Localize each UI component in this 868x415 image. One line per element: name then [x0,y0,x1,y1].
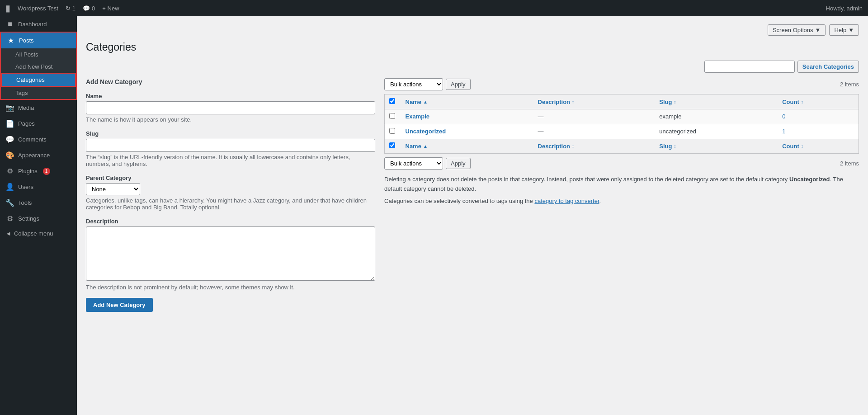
tablenav-top: Bulk actions Apply 2 items [384,78,859,90]
col-footer-slug-sort[interactable]: Slug ↕ [659,143,773,150]
category-to-tag-link[interactable]: category to tag converter [534,198,599,204]
search-input[interactable] [704,61,795,73]
row-count-1: 1 [778,124,859,139]
parent-select[interactable]: None [86,183,140,195]
sidebar-item-media[interactable]: 📷Media [0,100,77,116]
name-field: Name The name is how it appears on your … [86,93,375,123]
description-textarea[interactable] [86,226,375,281]
row-count-link-1[interactable]: 1 [782,128,785,135]
col-count-sort[interactable]: Count ↕ [782,99,854,105]
apply-button-bottom[interactable]: Apply [446,158,471,169]
adminbar-comments[interactable]: 💬 0 [83,5,95,12]
count-sort-icon: ↕ [801,99,803,104]
col-description-sort[interactable]: Description ↕ [538,99,651,105]
col-header-name: Name ▲ [401,94,533,109]
collapse-arrow-icon: ◄ [5,230,11,237]
select-all-checkbox-bottom[interactable] [389,142,395,148]
col-footer-slug: Slug ↕ [655,139,778,154]
submenu-categories[interactable]: Categories [1,73,76,87]
sidebar: ■Dashboard ★Posts All Posts Add New Post… [0,16,77,415]
sidebar-item-users[interactable]: 👤Users [0,179,77,195]
wp-logo-icon[interactable]: ▮ [5,3,10,14]
col-footer-description-sort[interactable]: Description ↕ [538,143,651,150]
sidebar-item-comments[interactable]: 💬Comments [0,132,77,147]
col-slug-sort[interactable]: Slug ↕ [659,99,773,105]
screen-options-chevron: ▼ [815,27,821,33]
adminbar-site-name[interactable]: Wordpress Test [18,5,58,12]
items-count-bottom: 2 items [840,160,859,167]
name-input[interactable] [86,101,375,114]
col-name-sort[interactable]: Name ▲ [406,99,529,105]
search-categories-button[interactable]: Search Categories [797,61,859,73]
col-footer-name-sort[interactable]: Name ▲ [406,143,529,150]
submenu-tags[interactable]: Tags [1,87,76,99]
sidebar-item-pages[interactable]: 📄Pages [0,116,77,132]
row-title-link-1[interactable]: Uncategorized [406,128,446,135]
categories-table: Name ▲ Description ↕ [384,94,859,154]
name-sort-icon: ▲ [423,99,428,104]
slug-input[interactable] [86,139,375,152]
media-icon: 📷 [5,104,14,112]
row-count-link-0[interactable]: 0 [782,113,785,120]
bulk-actions-select-top[interactable]: Bulk actions [384,78,443,90]
slug-field: Slug The “slug” is the URL-friendly vers… [86,130,375,167]
sidebar-item-appearance[interactable]: 🎨Appearance [0,147,77,163]
help-button[interactable]: Help ▼ [829,24,859,36]
col-footer-count: Count ↕ [778,139,859,154]
adminbar-updates[interactable]: ↻ 1 [66,5,75,12]
screen-options-button[interactable]: Screen Options ▼ [768,24,826,36]
page-title: Categories [86,41,859,53]
row-count-0: 0 [778,109,859,124]
screen-options-bar: Screen Options ▼ Help ▼ [86,21,859,39]
tools-icon: 🔧 [5,198,14,207]
submenu-all-posts[interactable]: All Posts [1,48,76,61]
row-description-0: — [533,109,655,124]
row-name-0: Example [401,109,533,124]
col-header-checkbox [385,94,401,109]
select-all-checkbox-top[interactable] [389,98,395,104]
col-header-count: Count ↕ [778,94,859,109]
col-header-description: Description ↕ [533,94,655,109]
parent-desc: Categories, unlike tags, can have a hier… [86,197,375,211]
row-select-0[interactable] [389,113,395,119]
row-slug-0: example [655,109,778,124]
users-icon: 👤 [5,183,14,191]
plugins-icon: ⚙ [5,167,14,175]
items-count-top: 2 items [840,81,859,88]
search-bar: Search Categories [86,61,859,73]
sidebar-item-tools[interactable]: 🔧Tools [0,195,77,211]
category-notes: Deleting a category does not delete the … [384,175,859,206]
sidebar-item-posts[interactable]: ★Posts All Posts Add New Post Categories… [0,32,77,100]
appearance-icon: 🎨 [5,151,14,160]
parent-label: Parent Category [86,174,375,181]
adminbar-new[interactable]: + New [102,5,119,12]
admin-bar: ▮ Wordpress Test ↻ 1 💬 0 + New Howdy, ad… [0,0,868,16]
footer-desc-sort-icon: ↕ [572,144,574,149]
sidebar-item-settings[interactable]: ⚙Settings [0,211,77,226]
comments-icon: 💬 [5,135,14,144]
footer-slug-sort-icon: ↕ [674,144,676,149]
sidebar-item-plugins[interactable]: ⚙Plugins1 [0,163,77,179]
sidebar-item-dashboard[interactable]: ■Dashboard [0,16,77,32]
row-description-1: — [533,124,655,139]
description-label: Description [86,218,375,225]
pages-icon: 📄 [5,119,14,128]
row-slug-1: uncategorized [655,124,778,139]
row-title-link-0[interactable]: Example [406,113,429,120]
collapse-menu-button[interactable]: ◄ Collapse menu [0,226,77,241]
dashboard-icon: ■ [5,20,14,28]
add-category-form: Add New Category Name The name is how it… [86,78,375,312]
bulk-actions-select-bottom[interactable]: Bulk actions [384,157,443,170]
apply-button-top[interactable]: Apply [446,79,471,90]
description-desc: The description is not prominent by defa… [86,284,375,291]
add-category-heading: Add New Category [86,78,375,85]
submenu-add-new-post[interactable]: Add New Post [1,61,76,73]
col-footer-count-sort[interactable]: Count ↕ [782,143,854,150]
table-row: Uncategorized — uncategorized 1 [385,124,859,139]
adminbar-username[interactable]: admin [847,5,863,12]
slug-desc: The “slug” is the URL-friendly version o… [86,154,375,167]
row-select-1[interactable] [389,128,395,134]
add-new-category-button[interactable]: Add New Category [86,298,153,312]
plugins-badge: 1 [43,168,50,175]
row-checkbox-0 [385,109,401,124]
